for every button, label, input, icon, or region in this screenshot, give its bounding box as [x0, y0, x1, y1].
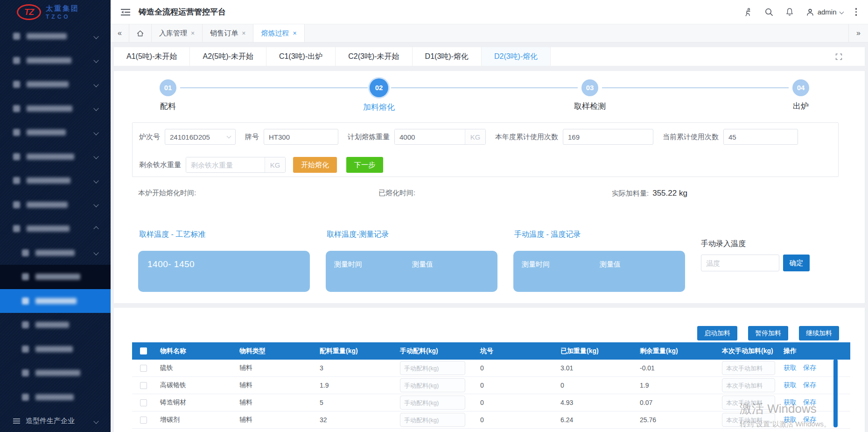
- sidebar-item-redacted-9-expanded[interactable]: [0, 217, 111, 241]
- cell-plan-weight: 1.9: [314, 382, 394, 389]
- cell-plan-weight: 3: [314, 364, 394, 372]
- manual-batch-input[interactable]: [400, 361, 465, 375]
- menu-item-icon: [13, 129, 20, 136]
- furnace-tab-d1[interactable]: D1(3吨)-熔化: [413, 47, 482, 66]
- tabs-scroll-right-icon[interactable]: »: [848, 24, 868, 42]
- step-feeding-melting-active: 02 加料熔化: [346, 78, 412, 113]
- save-link[interactable]: 保存: [803, 381, 816, 390]
- get-link[interactable]: 获取: [784, 381, 797, 390]
- chevron-down-icon: [93, 82, 98, 87]
- cell-remain-weight: -0.01: [634, 364, 716, 372]
- plan-weight-input[interactable]: [395, 129, 465, 144]
- manual-feed-input[interactable]: [722, 413, 775, 427]
- table-scrollbar[interactable]: [833, 359, 838, 427]
- material-table: 物料名称 物料类型 配料重量(kg) 手动配料(kg) 坑号 已加重量(kg) …: [132, 342, 850, 429]
- row-checkbox[interactable]: [140, 365, 147, 372]
- save-link[interactable]: 保存: [803, 398, 816, 407]
- user-icon: [806, 8, 814, 16]
- temperature-input[interactable]: [701, 255, 779, 271]
- melting-panel: 01 配料 02 加料熔化 03 取样检测 04 出炉 炉次号: [114, 71, 865, 303]
- measure-time-header: 测量时间: [522, 260, 550, 269]
- cell-plan-weight: 5: [314, 399, 394, 406]
- manual-feed-input[interactable]: [722, 378, 775, 392]
- tab-inbound-management[interactable]: 入库管理 ×: [152, 24, 203, 42]
- user-menu[interactable]: admin: [806, 8, 843, 16]
- search-icon[interactable]: [764, 7, 773, 16]
- chevron-down-icon: [93, 202, 98, 207]
- get-link[interactable]: 获取: [784, 398, 797, 407]
- home-tab[interactable]: [129, 24, 152, 42]
- furnace-tab-a1[interactable]: A1(5吨)-未开始: [114, 47, 190, 66]
- row-checkbox[interactable]: [140, 382, 147, 389]
- guide-icon[interactable]: [743, 7, 752, 17]
- bell-icon[interactable]: [785, 7, 794, 16]
- sidebar-subitem-redacted-2[interactable]: [0, 265, 111, 289]
- close-icon[interactable]: ×: [293, 29, 296, 37]
- sidebar-subitem-redacted-4[interactable]: [0, 313, 111, 337]
- tab-melting-process[interactable]: 熔炼过程 ×: [253, 24, 304, 42]
- sidebar-item-redacted-7[interactable]: [0, 169, 111, 193]
- grade-input[interactable]: [264, 129, 338, 145]
- chevron-down-icon: [93, 178, 98, 183]
- furnace-tabs: A1(5吨)-未开始 A2(5吨)-未开始 C1(3吨)-出炉 C2(3吨)-未…: [114, 47, 865, 66]
- close-icon[interactable]: ×: [242, 29, 245, 37]
- sidebar-item-label: 造型件生产企业: [26, 417, 75, 425]
- sidebar-subitem-redacted-1[interactable]: [0, 241, 111, 265]
- cell-added-weight: 4.93: [555, 399, 634, 406]
- sidebar-item-redacted-3[interactable]: [0, 72, 111, 97]
- start-melt-button[interactable]: 开始熔化: [293, 157, 337, 173]
- get-link[interactable]: 获取: [784, 364, 797, 372]
- row-checkbox[interactable]: [140, 399, 147, 406]
- furnace-tab-c2[interactable]: C2(3吨)-未开始: [336, 47, 412, 66]
- sidebar-item-redacted-8[interactable]: [0, 193, 111, 217]
- tab-sales-orders[interactable]: 销售订单 ×: [203, 24, 253, 42]
- manual-batch-input[interactable]: [400, 396, 465, 410]
- furnace-no-select[interactable]: 241016D205: [165, 129, 236, 145]
- manual-temp-label: 手动录入温度: [701, 239, 818, 249]
- row-checkbox[interactable]: [140, 417, 147, 424]
- manual-feed-input[interactable]: [722, 361, 775, 375]
- sidebar-subitem-redacted-7[interactable]: [0, 385, 111, 410]
- sidebar-subitem-redacted-5[interactable]: [0, 337, 111, 361]
- collapse-menu-icon[interactable]: [121, 8, 130, 16]
- menu-item-icon: [22, 394, 29, 401]
- close-icon[interactable]: ×: [191, 29, 195, 37]
- fullscreen-icon[interactable]: [826, 47, 851, 66]
- more-menu-icon[interactable]: [855, 8, 857, 16]
- sidebar-item-redacted-5[interactable]: [0, 120, 111, 145]
- furnace-tab-a2[interactable]: A2(5吨)-未开始: [190, 47, 266, 66]
- manual-batch-input[interactable]: [400, 378, 465, 392]
- plan-weight-label: 计划熔炼重量: [348, 133, 390, 142]
- sidebar-item-redacted-2[interactable]: [0, 49, 111, 73]
- manual-feed-input[interactable]: [722, 396, 775, 410]
- next-step-button[interactable]: 下一步: [346, 157, 383, 173]
- menu-item-icon: [22, 297, 29, 305]
- cell-plan-weight: 32: [314, 416, 394, 424]
- year-count-input[interactable]: [563, 129, 653, 145]
- select-all-checkbox[interactable]: [140, 347, 147, 354]
- resume-feeding-button[interactable]: 继续加料: [799, 326, 839, 340]
- tabs-scroll-left-icon[interactable]: «: [111, 24, 129, 42]
- confirm-button[interactable]: 确定: [783, 255, 810, 271]
- sidebar-subitem-selected[interactable]: [0, 289, 111, 313]
- logo-name-cn: 太重集团: [46, 4, 79, 13]
- sidebar-subitem-redacted-6[interactable]: [0, 361, 111, 385]
- furnace-tab-c1[interactable]: C1(3吨)-出炉: [266, 47, 336, 66]
- sidebar-item-molding-enterprise[interactable]: 造型件生产企业: [0, 409, 111, 432]
- current-count-input[interactable]: [723, 129, 798, 145]
- sidebar-item-redacted-4[interactable]: [0, 97, 111, 121]
- manual-batch-input[interactable]: [400, 413, 465, 427]
- save-link[interactable]: 保存: [803, 416, 816, 424]
- furnace-tab-d2-active[interactable]: D2(3吨)-熔化: [482, 47, 551, 66]
- username: admin: [818, 8, 837, 16]
- get-link[interactable]: 获取: [784, 416, 797, 424]
- actual-feed: 实际加料量:355.22 kg: [612, 189, 687, 198]
- app-title: 铸造全流程运营管控平台: [139, 7, 226, 17]
- start-feeding-button[interactable]: 启动加料: [697, 326, 737, 340]
- pause-feeding-button[interactable]: 暂停加料: [748, 326, 788, 340]
- save-link[interactable]: 保存: [803, 364, 816, 372]
- remain-weight-input[interactable]: [186, 157, 265, 172]
- start-time-label: 本炉开始熔化时间:: [138, 189, 196, 198]
- sidebar-item-redacted-1[interactable]: [0, 24, 111, 49]
- sidebar-item-redacted-6[interactable]: [0, 145, 111, 169]
